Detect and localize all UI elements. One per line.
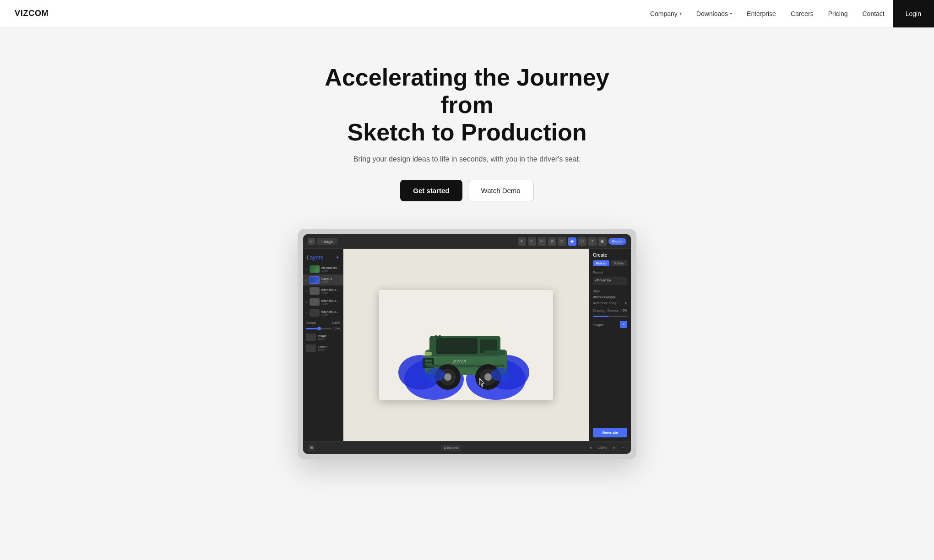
layer-opacity: 100% bbox=[321, 269, 340, 272]
layer-item[interactable]: ▸ off-road tru... 100% bbox=[303, 264, 343, 275]
layer-name: futuristic-off-roa... bbox=[321, 288, 340, 291]
export-button[interactable]: Export bbox=[608, 238, 626, 245]
blend-mode-label: Normal bbox=[306, 321, 316, 324]
layer-name: Layer 3 bbox=[318, 345, 340, 349]
drawing-influence-label: Drawing Influence bbox=[593, 309, 619, 312]
layer-name: Image bbox=[318, 334, 340, 338]
svg-point-20 bbox=[491, 368, 511, 382]
reference-image-value: 0 bbox=[625, 302, 627, 305]
select-tool[interactable]: ✦ bbox=[518, 237, 526, 246]
pen-tool[interactable]: ✏ bbox=[538, 237, 546, 246]
toolbar-tab-image[interactable]: Image bbox=[317, 238, 337, 245]
reference-image-label: Reference Image bbox=[593, 302, 618, 305]
bottom-control-add[interactable]: + bbox=[619, 445, 626, 451]
nav-item-pricing[interactable]: Pricing bbox=[822, 6, 854, 21]
layer-item[interactable]: Layer 3 100% bbox=[303, 343, 343, 354]
layer-item[interactable]: Image 100% bbox=[303, 332, 343, 343]
layer-item[interactable]: ▸ futuristic-off-roa... 100% bbox=[303, 285, 343, 296]
svg-rect-10 bbox=[425, 360, 432, 362]
active-tool[interactable]: ◉ bbox=[568, 237, 576, 246]
nav-item-careers[interactable]: Careers bbox=[784, 6, 820, 21]
svg-point-15 bbox=[444, 373, 451, 381]
layers-title: Layers + bbox=[303, 253, 343, 264]
bottom-control-prev[interactable]: ◂ bbox=[587, 445, 594, 451]
drawing-influence-slider[interactable] bbox=[593, 316, 627, 317]
layer-thumbnail bbox=[310, 298, 320, 306]
shape-tool[interactable]: ⬡ bbox=[578, 237, 586, 246]
hero-cta-group: Get started Watch Demo bbox=[11, 180, 923, 201]
opacity-pct: 100% bbox=[333, 327, 340, 330]
layer-item[interactable]: ▸ futuristic-off-roa... 100% bbox=[303, 307, 343, 318]
cursor-tool[interactable]: ↖ bbox=[528, 237, 536, 246]
nav-item-enterprise[interactable]: Enterprise bbox=[740, 6, 782, 21]
layer-opacity: 100% bbox=[321, 291, 340, 294]
drawing-influence-value: 45% bbox=[621, 309, 627, 312]
expand-icon: ▸ bbox=[306, 311, 308, 315]
bottom-zoom: 100% bbox=[596, 445, 609, 451]
add-image-icon[interactable]: + bbox=[620, 321, 627, 328]
navigation: VIZCOM Company ▾ Downloads ▾ Enterprise … bbox=[0, 0, 934, 27]
layer-thumbnail bbox=[306, 345, 316, 352]
canvas-card: VIZCOM bbox=[379, 290, 553, 400]
create-panel-title: Create bbox=[593, 253, 627, 258]
app-inner: V Image ✦ ↖ ✏ ⌘ ◻ ◉ ⬡ T ◼ Export bbox=[303, 234, 631, 454]
nav-item-company[interactable]: Company ▾ bbox=[644, 6, 688, 21]
nav-item-downloads[interactable]: Downloads ▾ bbox=[690, 6, 739, 21]
layer-opacity: 100% bbox=[321, 280, 340, 283]
tab-refine[interactable]: Refine bbox=[611, 260, 627, 266]
tab-render[interactable]: Render bbox=[593, 260, 609, 266]
nav-item-contact[interactable]: Contact bbox=[856, 6, 891, 21]
opacity-slider[interactable] bbox=[306, 328, 331, 329]
chevron-down-icon: ▾ bbox=[730, 11, 732, 16]
add-layer-icon[interactable]: + bbox=[336, 254, 339, 261]
layers-panel: Layers + ▸ off-road tru... 100% ▸ bbox=[303, 249, 343, 441]
hero-subtitle: Bring your design ideas to life in secon… bbox=[11, 155, 923, 163]
eraser-tool[interactable]: ◻ bbox=[558, 237, 566, 246]
bottom-control-next[interactable]: ▸ bbox=[611, 445, 618, 451]
layer-opacity: 100% bbox=[321, 313, 340, 316]
layer-opacity: 100% bbox=[321, 302, 340, 305]
text-tool[interactable]: T bbox=[588, 237, 597, 246]
deselect-button[interactable]: Deselect bbox=[440, 445, 462, 451]
layer-name: futuristic-off-roa... bbox=[321, 310, 340, 313]
hero-section: Accelerating the Journey from Sketch to … bbox=[0, 27, 934, 229]
svg-rect-23 bbox=[435, 335, 437, 338]
layer-thumbnail bbox=[310, 287, 320, 295]
expand-icon: ▸ bbox=[306, 289, 308, 293]
layer-thumbnail bbox=[306, 334, 316, 341]
toolbar-tools: ✦ ↖ ✏ ⌘ ◻ ◉ ⬡ T ◼ Export bbox=[518, 237, 626, 246]
expand-icon: ▸ bbox=[306, 300, 308, 304]
app-content: Layers + ▸ off-road tru... 100% ▸ bbox=[303, 249, 631, 441]
layer-item[interactable]: ▸ futuristic-off-roa... 100% bbox=[303, 296, 343, 307]
canvas-area[interactable]: VIZCOM bbox=[343, 249, 589, 441]
bottom-home-icon[interactable]: ⊞ bbox=[308, 444, 315, 452]
layer-item[interactable]: ▸ Layer 3 100% bbox=[303, 275, 343, 285]
layer-name: off-road tru... bbox=[321, 266, 340, 269]
layer-opacity: 100% bbox=[318, 349, 340, 351]
layer-opacity: 100% bbox=[318, 338, 340, 340]
render-refine-tabs: Render Refine bbox=[593, 260, 627, 266]
get-started-button[interactable]: Get started bbox=[400, 180, 462, 201]
layer-thumbnail bbox=[310, 276, 320, 284]
create-panel: Create Render Refine Prompt off-road tru… bbox=[589, 249, 631, 441]
car-illustration: VIZCOM bbox=[379, 290, 553, 400]
layer-name: Layer 3 bbox=[321, 277, 340, 280]
app-frame: V Image ✦ ↖ ✏ ⌘ ◻ ◉ ⬡ T ◼ Export bbox=[298, 229, 636, 459]
fill-tool[interactable]: ◼ bbox=[598, 237, 607, 246]
svg-point-19 bbox=[425, 368, 445, 382]
expand-icon: ▸ bbox=[306, 267, 308, 271]
brand-logo[interactable]: VIZCOM bbox=[15, 9, 49, 18]
toolbar-logo-icon: V bbox=[308, 238, 315, 245]
prompt-input[interactable]: off-road tru... bbox=[593, 277, 627, 285]
blend-mode-row: Normal 100% bbox=[303, 319, 343, 326]
slider-fill bbox=[593, 316, 608, 317]
svg-rect-22 bbox=[424, 352, 432, 355]
login-button[interactable]: Login bbox=[893, 0, 934, 27]
chevron-down-icon: ▾ bbox=[679, 11, 682, 16]
svg-point-18 bbox=[484, 373, 492, 381]
app-toolbar: V Image ✦ ↖ ✏ ⌘ ◻ ◉ ⬡ T ◼ Export bbox=[303, 234, 631, 249]
generate-button[interactable]: Generate bbox=[593, 428, 627, 437]
brush-tool[interactable]: ⌘ bbox=[548, 237, 556, 246]
watch-demo-button[interactable]: Watch Demo bbox=[468, 180, 534, 201]
images-label: Images bbox=[593, 323, 603, 326]
